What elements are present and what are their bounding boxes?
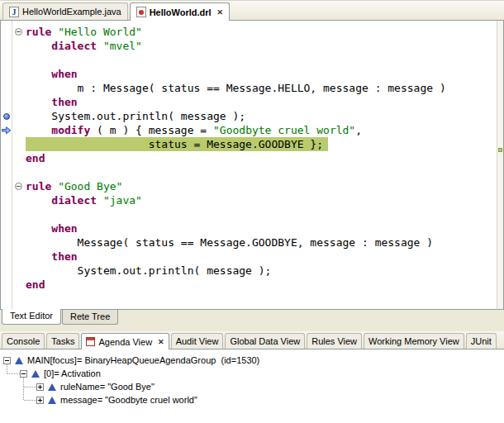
fold-row xyxy=(12,95,25,109)
tree-guide xyxy=(7,364,7,373)
code-line: rule "Good Bye" xyxy=(26,179,497,193)
tree-row[interactable]: ruleName= "Good Bye" xyxy=(0,380,504,393)
collapse-icon[interactable] xyxy=(3,357,11,364)
activation-icon xyxy=(48,383,56,391)
code-line xyxy=(26,165,497,179)
activation-icon xyxy=(31,370,40,378)
fold-collapse-icon[interactable] xyxy=(15,183,22,190)
annotation-row xyxy=(1,151,12,165)
fold-row xyxy=(12,81,25,95)
activation-icon xyxy=(15,357,23,364)
fold-row xyxy=(12,193,25,207)
fold-row xyxy=(12,179,25,193)
tree-row[interactable]: MAIN[focus]= BinaryHeapQueueAgendaGroup … xyxy=(0,354,504,367)
drl-editor: rule "Hello World" dialect "mvel" when m… xyxy=(0,21,504,310)
fold-row xyxy=(12,235,25,250)
view-tab-working-memory-view[interactable]: Working Memory View xyxy=(364,333,464,349)
annotation-row xyxy=(1,264,12,278)
code-line: modify ( m ) { message = "Goodbyte cruel… xyxy=(26,123,497,137)
view-tab-label: Agenda View xyxy=(98,337,152,347)
tree-guide xyxy=(7,373,20,374)
fold-collapse-icon[interactable] xyxy=(15,28,22,36)
view-tab-label: Working Memory View xyxy=(368,336,459,346)
view-tab-global-data-view[interactable]: Global Data View xyxy=(225,333,305,349)
breakpoint-icon[interactable] xyxy=(3,113,10,120)
collapse-icon[interactable] xyxy=(20,370,27,378)
tree-row[interactable]: message= "Goodbyte cruel world" xyxy=(0,393,504,406)
sash-horizontal[interactable] xyxy=(0,326,504,331)
fold-row xyxy=(12,221,25,235)
view-tab-agenda-view[interactable]: Agenda View✕ xyxy=(81,333,169,349)
annotation-row xyxy=(1,137,12,151)
code-line xyxy=(26,207,497,221)
view-tab-audit-view[interactable]: Audit View xyxy=(171,333,224,349)
fold-row xyxy=(12,53,25,67)
annotation-ruler[interactable] xyxy=(1,21,12,309)
tree-guide xyxy=(24,400,36,401)
debug-highlighted-line: status = Message.GOODBYE }; xyxy=(26,137,328,151)
view-tab-label: JUnit xyxy=(471,336,492,346)
editor-tab-1[interactable]: JHelloWorldExample.java xyxy=(2,2,128,20)
fold-row xyxy=(12,250,25,264)
view-tab-label: Audit View xyxy=(176,336,219,346)
code-line: System.out.println( message ); xyxy=(26,109,497,123)
annotation-row xyxy=(1,179,12,193)
code-line: Message( status == Message.GOODBYE, mess… xyxy=(26,235,497,250)
fold-row xyxy=(12,109,25,123)
code-area[interactable]: rule "Hello World" dialect "mvel" when m… xyxy=(25,21,497,309)
view-tab-label: Tasks xyxy=(51,336,74,346)
tree-item-label: message= "Goodbyte cruel world" xyxy=(60,395,197,405)
tree-row[interactable]: [0]= Activation xyxy=(0,367,504,380)
editor-tab-label: HelloWorld.drl xyxy=(150,7,212,17)
annotation-row xyxy=(1,39,12,53)
code-line: end xyxy=(26,278,497,292)
annotation-row xyxy=(1,123,12,137)
annotation-row xyxy=(1,95,12,109)
agenda-view-icon xyxy=(86,337,95,346)
tree-guide xyxy=(24,387,36,387)
annotation-row xyxy=(1,250,12,264)
annotation-row xyxy=(1,207,12,221)
view-tab-console[interactable]: Console xyxy=(2,333,45,349)
editor-subtab-2[interactable]: Rete Tree xyxy=(62,310,118,325)
annotation-row xyxy=(1,53,12,67)
fold-row xyxy=(12,123,25,137)
view-tab-label: Console xyxy=(7,336,40,346)
editor-subtab-1[interactable]: Text Editor xyxy=(2,309,61,325)
annotation-row xyxy=(1,25,12,39)
tree-guide xyxy=(23,378,24,400)
editor-tab-label: HelloWorldExample.java xyxy=(22,7,121,17)
editor-tab-2[interactable]: HelloWorld.drl✕ xyxy=(130,2,231,21)
view-tab-label: Global Data View xyxy=(230,336,300,346)
tree-item-label: [0]= Activation xyxy=(44,368,101,378)
code-line: when xyxy=(26,221,497,235)
code-line: then xyxy=(26,250,497,264)
annotation-row xyxy=(1,81,12,95)
expand-icon[interactable] xyxy=(36,397,44,404)
view-tab-junit[interactable]: JUnit xyxy=(466,333,497,349)
close-icon[interactable]: ✕ xyxy=(217,8,224,17)
view-tab-label: Rules View xyxy=(311,336,357,346)
code-line: then xyxy=(26,95,497,109)
close-icon[interactable]: ✕ xyxy=(158,338,164,346)
code-line: dialect "java" xyxy=(26,193,497,207)
fold-row xyxy=(12,39,25,53)
fold-row xyxy=(12,165,25,179)
annotation-row xyxy=(1,221,12,235)
fold-row xyxy=(12,278,25,292)
annotation-row xyxy=(1,165,12,179)
code-line: status = Message.GOODBYE }; xyxy=(26,137,497,151)
editor-mode-tabs: Text EditorRete Tree xyxy=(0,310,504,326)
agenda-tree: MAIN[focus]= BinaryHeapQueueAgendaGroup … xyxy=(0,349,504,423)
overview-highlight-marker[interactable] xyxy=(498,148,502,152)
code-line: when xyxy=(26,67,497,81)
expand-icon[interactable] xyxy=(36,383,44,391)
code-line xyxy=(26,53,497,67)
eclipse-workbench: JHelloWorldExample.javaHelloWorld.drl✕ r… xyxy=(0,0,504,423)
code-line: dialect "mvel" xyxy=(26,39,497,53)
fold-row xyxy=(12,25,25,39)
view-tab-tasks[interactable]: Tasks xyxy=(46,333,79,349)
view-tab-rules-view[interactable]: Rules View xyxy=(307,333,362,349)
tree-item-label: ruleName= "Good Bye" xyxy=(60,382,155,392)
overview-ruler[interactable] xyxy=(497,21,503,309)
